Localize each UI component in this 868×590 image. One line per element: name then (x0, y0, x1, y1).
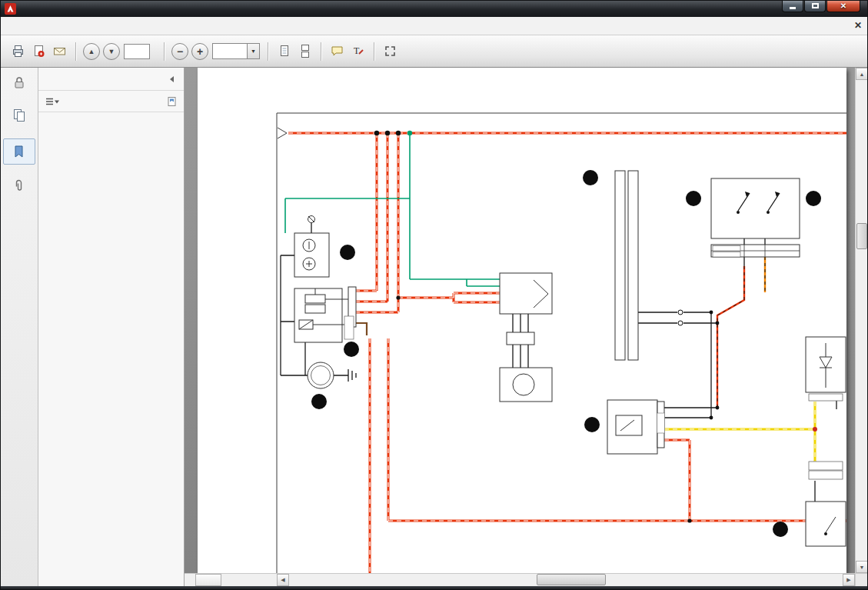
diode-component (806, 337, 846, 401)
vertical-scroll-thumb[interactable] (856, 223, 867, 249)
zoom-in-button[interactable]: + (191, 43, 208, 60)
export-pdf-button[interactable] (28, 41, 49, 62)
zoom-select[interactable]: ▼ (212, 43, 260, 59)
page-number-input[interactable] (124, 44, 150, 59)
menu-bar: ✕ (0, 17, 868, 35)
lock-icon[interactable] (12, 75, 27, 91)
single-page-view-button[interactable] (274, 41, 294, 62)
sticky-note-button[interactable] (327, 41, 348, 62)
collapse-panel-button[interactable] (165, 72, 178, 85)
arrow-right-icon: ▶ (846, 577, 850, 583)
badge-aux-relay (584, 417, 600, 432)
horizontal-scrollbar[interactable]: ◀ ▶ (277, 574, 855, 586)
text-annotation-icon: T (351, 44, 365, 58)
plus-icon: + (197, 45, 203, 58)
new-bookmark-icon[interactable] (167, 96, 178, 107)
badge-start-relay (344, 342, 359, 357)
adobe-reader-app-icon (5, 3, 16, 15)
badge-battery (340, 245, 355, 260)
zoom-value[interactable] (212, 43, 248, 59)
page-thumbnails-icon[interactable] (12, 108, 27, 123)
chevron-down-icon[interactable]: ▼ (248, 43, 260, 59)
pdf-file-icon (32, 44, 46, 58)
zoom-out-button[interactable]: − (171, 43, 188, 60)
wire-entry-arrow (278, 128, 287, 138)
email-icon (52, 44, 67, 58)
scrolling-view-icon (298, 44, 312, 58)
badge-clutch-switch (773, 522, 788, 537)
vertical-scrollbar[interactable]: ▲ ▼ (855, 68, 868, 573)
window-bottom-frame (0, 586, 868, 590)
title-bar: ✕ (0, 0, 868, 17)
scrolling-view-button[interactable] (294, 41, 315, 62)
bookmarks-panel-header (38, 68, 184, 91)
scroll-left-button[interactable]: ◀ (277, 574, 289, 586)
generator-component (500, 368, 552, 402)
clutch-switch-component (806, 462, 846, 546)
bookmark-options-icon[interactable] (45, 97, 60, 106)
page-size-indicator (195, 574, 221, 586)
badge-dummy-plug (583, 170, 598, 185)
document-area: ▲ ▼ ◀ ▶ (185, 68, 868, 586)
attachments-paperclip-icon[interactable] (12, 178, 27, 194)
bookmarks-options-row (38, 91, 184, 112)
bookmarks-tree (38, 113, 184, 586)
print-button[interactable] (8, 41, 28, 62)
badge-switch-left (686, 191, 701, 206)
close-document-button[interactable]: ✕ (854, 20, 862, 31)
junction-dots (374, 131, 720, 523)
arrow-down-icon: ▼ (108, 48, 115, 55)
previous-page-button[interactable]: ▲ (83, 43, 100, 60)
connector-point (678, 321, 683, 325)
splice-dot (813, 427, 817, 432)
horizontal-scroll-thumb[interactable] (537, 574, 606, 585)
highlight-text-button[interactable]: T (348, 41, 368, 62)
toolbar-separator (75, 42, 76, 61)
pdf-page (198, 68, 846, 573)
close-button[interactable]: ✕ (826, 0, 860, 12)
scrollbar-corner (855, 573, 868, 586)
minimize-icon (790, 7, 796, 9)
bookmarks-panel (38, 68, 185, 586)
brown-wire (356, 323, 367, 335)
close-icon: ✕ (840, 2, 846, 10)
toolbar-separator (164, 42, 165, 61)
toolbar-separator (374, 42, 374, 61)
printer-icon (11, 44, 25, 58)
connector-point (678, 310, 683, 315)
starter-motor-component (308, 362, 334, 388)
single-page-view-icon (277, 44, 291, 58)
scroll-up-button[interactable]: ▲ (856, 68, 868, 80)
adobe-reader-window: ✕ ✕ ▲ ▼ (0, 0, 868, 590)
bookmarks-panel-icon[interactable] (12, 145, 27, 160)
badge-switch-right (806, 191, 821, 206)
fullscreen-button[interactable] (380, 41, 401, 62)
dummy-plug-component (615, 171, 638, 360)
fullscreen-icon (383, 44, 397, 58)
arrow-up-icon: ▲ (88, 48, 95, 55)
next-page-button[interactable]: ▼ (103, 43, 120, 60)
red-black-wire (717, 266, 744, 408)
start-relay-component (294, 287, 356, 342)
navigation-strip (0, 68, 38, 586)
arrow-down-icon: ▼ (860, 565, 865, 570)
scroll-right-button[interactable]: ▶ (843, 574, 855, 586)
maximize-button[interactable] (804, 0, 826, 12)
maximize-icon (812, 3, 819, 8)
minus-icon: − (177, 45, 183, 58)
minimize-button[interactable] (782, 0, 803, 12)
scroll-down-button[interactable]: ▼ (856, 561, 868, 573)
toolbar-separator (321, 42, 321, 61)
chevron-left-icon (168, 75, 176, 83)
arrow-left-icon: ◀ (281, 577, 284, 583)
arrow-up-icon: ▲ (860, 72, 865, 77)
green-junction-dot (407, 131, 412, 135)
email-button[interactable] (49, 41, 70, 62)
window-controls: ✕ (781, 0, 860, 12)
start-stop-switch-component (711, 178, 800, 257)
comment-bubble-icon (330, 44, 344, 58)
yellow-white-wire (664, 402, 815, 462)
svg-text:T: T (354, 45, 360, 56)
document-bottom-row: ◀ ▶ (185, 573, 868, 586)
main-toolbar: ▲ ▼ − + ▼ (0, 35, 868, 68)
